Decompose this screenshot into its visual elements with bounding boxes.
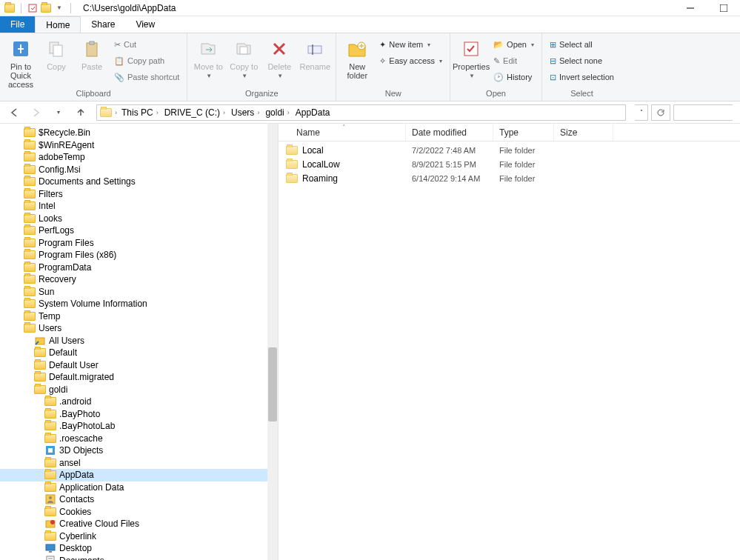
tree-item[interactable]: Cookies	[0, 506, 278, 519]
folder-icon	[4, 3, 15, 13]
tree-item[interactable]: Sun	[0, 286, 278, 299]
tree-item[interactable]: Default	[0, 347, 278, 359]
folder-icon	[286, 174, 298, 183]
tree-item[interactable]: .android	[0, 396, 278, 408]
pin-quick-access-button[interactable]: Pin to Quick access	[4, 36, 37, 89]
tree-item[interactable]: .roescache	[0, 433, 278, 445]
tree-item[interactable]: Application Data	[0, 481, 278, 494]
easy-access-button[interactable]: ✧Easy access▾	[376, 53, 445, 68]
tree-item[interactable]: .BayPhotoLab	[0, 420, 278, 433]
tree-item[interactable]: Filters	[0, 188, 278, 201]
qat-properties-icon[interactable]	[27, 3, 38, 13]
col-header-size[interactable]: Size	[554, 124, 613, 141]
crumb-goldi[interactable]: goldi›	[264, 107, 290, 118]
folder-icon	[24, 139, 36, 151]
tree-item[interactable]: Default.migrated	[0, 371, 278, 384]
tree-item[interactable]: Program Files	[0, 237, 278, 250]
rename-button[interactable]: Rename	[299, 36, 331, 71]
tree-item[interactable]: .BayPhoto	[0, 408, 278, 421]
tree-item[interactable]: Contacts	[0, 493, 278, 506]
tree-item[interactable]: Config.Msi	[0, 164, 278, 176]
tree-item[interactable]: Documents	[0, 555, 278, 561]
cut-button[interactable]: ✂Cut	[111, 37, 182, 52]
tree-item[interactable]: ansel	[0, 457, 278, 470]
tree-item[interactable]: Cyberlink	[0, 530, 278, 543]
tree-item[interactable]: Recovery	[0, 273, 278, 286]
qat-newfolder-icon[interactable]	[41, 3, 51, 13]
tree-item[interactable]: System Volume Information	[0, 298, 278, 310]
tree-item[interactable]: Desktop	[0, 542, 278, 555]
tree-item[interactable]: Creative Cloud Files	[0, 518, 278, 530]
paste-button[interactable]: Paste	[76, 36, 108, 71]
tree-item[interactable]: Documents and Settings	[0, 176, 278, 188]
tree-item[interactable]: All Users	[0, 335, 278, 347]
copy-path-button[interactable]: 📋Copy path	[111, 53, 182, 68]
edit-button[interactable]: ✎Edit	[490, 53, 537, 68]
properties-button[interactable]: Properties▼	[455, 36, 487, 79]
tree-item[interactable]: AppData	[0, 469, 278, 481]
maximize-button[interactable]	[707, 0, 740, 16]
nav-up-button[interactable]	[74, 106, 87, 119]
delete-button[interactable]: Delete▼	[263, 36, 296, 79]
file-row[interactable]: Roaming6/14/2022 9:14 AMFile folder	[279, 171, 740, 185]
tree-item[interactable]: 3D Objects	[0, 444, 278, 457]
folder-icon	[24, 273, 36, 285]
refresh-button[interactable]	[651, 104, 670, 121]
tree-item[interactable]: Intel	[0, 200, 278, 213]
search-input[interactable]	[673, 104, 733, 121]
invert-icon: ⊡	[550, 73, 556, 82]
history-button[interactable]: 🕑History	[490, 70, 537, 84]
tree-item[interactable]: $Recycle.Bin	[0, 127, 278, 139]
col-header-date[interactable]: Date modified	[406, 124, 493, 141]
tab-home[interactable]: Home	[35, 16, 81, 33]
crumb-appdata[interactable]: AppData	[294, 107, 332, 118]
crumb-drive[interactable]: DRIVE_C (C:)›	[163, 107, 227, 118]
col-header-type[interactable]: Type	[493, 124, 554, 141]
new-folder-button[interactable]: New folder	[341, 36, 373, 80]
tree-item-label: Filters	[39, 189, 63, 199]
tree-item[interactable]: goldi	[0, 384, 278, 396]
minimize-button[interactable]	[673, 0, 707, 16]
tree-scrollbar-thumb[interactable]	[268, 347, 277, 421]
tree-item[interactable]: Default User	[0, 359, 278, 372]
tab-file[interactable]: File	[0, 16, 35, 33]
tree-item[interactable]: Looks	[0, 213, 278, 225]
tree-item[interactable]: $WinREAgent	[0, 139, 278, 152]
tab-view[interactable]: View	[125, 16, 165, 33]
paste-shortcut-button[interactable]: 📎Paste shortcut	[111, 70, 182, 84]
address-dropdown[interactable]: ˅	[635, 104, 648, 121]
file-list[interactable]: Local7/2/2022 7:48 AMFile folderLocalLow…	[279, 141, 740, 185]
nav-back-button[interactable]	[7, 106, 21, 119]
tree-item[interactable]: adobeTemp	[0, 151, 278, 164]
tree-item[interactable]: Users	[0, 322, 278, 335]
file-row[interactable]: LocalLow8/9/2021 5:15 PMFile folder	[279, 157, 740, 171]
new-folder-icon	[345, 37, 369, 61]
tree-item[interactable]: Temp	[0, 310, 278, 323]
nav-recent-button[interactable]: ▾	[52, 106, 65, 119]
tree-item[interactable]: Program Files (x86)	[0, 249, 278, 261]
file-row[interactable]: Local7/2/2022 7:48 AMFile folder	[279, 143, 740, 157]
open-button[interactable]: 📂Open▾	[490, 37, 537, 52]
copy-button[interactable]: Copy	[40, 36, 73, 71]
tree-item[interactable]: ProgramData	[0, 261, 278, 274]
tree-item-label: Temp	[39, 311, 60, 321]
address-bar[interactable]: › This PC› DRIVE_C (C:)› Users› goldi› A…	[96, 104, 626, 121]
tree-scrollbar-track[interactable]	[267, 124, 278, 560]
file-type: File folder	[493, 160, 554, 169]
nav-forward-button[interactable]	[30, 106, 43, 119]
file-name: Roaming	[302, 173, 338, 184]
move-to-button[interactable]: Move to▼	[192, 36, 224, 79]
invert-selection-button[interactable]: ⊡Invert selection	[547, 70, 617, 84]
select-none-button[interactable]: ⊟Select none	[547, 53, 617, 68]
qat-dropdown-icon[interactable]: ▼	[54, 3, 64, 13]
folder-icon	[24, 237, 36, 249]
crumb-thispc[interactable]: This PC›	[120, 107, 160, 118]
scissors-icon: ✂	[114, 40, 121, 50]
tree-item[interactable]: PerfLogs	[0, 224, 278, 237]
crumb-users[interactable]: Users›	[230, 107, 261, 118]
nav-tree[interactable]: $Recycle.Bin$WinREAgentadobeTempConfig.M…	[0, 124, 279, 560]
select-all-button[interactable]: ⊞Select all	[547, 37, 617, 52]
new-item-button[interactable]: ✦New item▾	[376, 37, 445, 52]
copy-to-button[interactable]: Copy to▼	[227, 36, 260, 79]
tab-share[interactable]: Share	[81, 16, 125, 33]
